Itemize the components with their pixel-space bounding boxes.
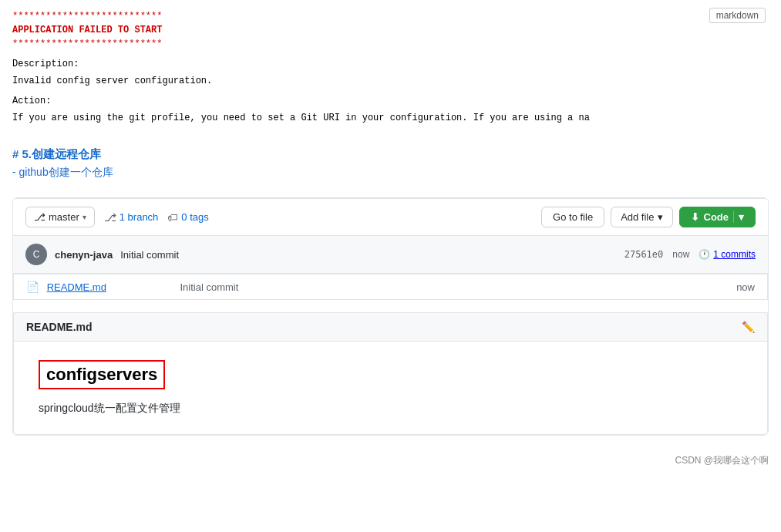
- main-wrapper: markdown *************************** APP…: [0, 0, 781, 532]
- commits-count-link[interactable]: 1 commits: [713, 249, 756, 260]
- tag-count-item: 🏷 0 tags: [167, 211, 208, 224]
- code-button[interactable]: ⬇ Code ▾: [679, 207, 756, 227]
- action-text: If you are using the git profile, you ne…: [12, 111, 769, 125]
- footer-text: CSDN @我哪会这个啊: [675, 455, 769, 466]
- commits-link: 🕐 1 commits: [699, 249, 756, 260]
- edit-icon[interactable]: ✏️: [742, 321, 755, 333]
- repo-container: ⎇ master ▾ ⎇ 1 branch 🏷 0 tags: [12, 197, 769, 436]
- action-label: Action:: [12, 94, 769, 108]
- commit-author[interactable]: chenyn-java: [55, 249, 113, 261]
- readme-title: README.md: [26, 321, 93, 333]
- file-time: now: [561, 274, 767, 300]
- branch-icon: ⎇: [34, 211, 45, 223]
- branch-text: branch: [128, 211, 159, 223]
- branch-button[interactable]: ⎇ master ▾: [25, 207, 95, 227]
- branch-label: master: [49, 211, 79, 223]
- section5-heading: # 5.创建远程仓库 - github创建一个仓库: [0, 134, 781, 191]
- add-file-button[interactable]: Add file ▾: [611, 207, 672, 227]
- asterisks-top: ***************************: [12, 9, 769, 23]
- readme-content: configservers springcloud统一配置文件管理: [14, 342, 767, 434]
- toolbar-right: Go to file Add file ▾ ⬇ Code ▾: [541, 207, 756, 227]
- file-table: 📄 README.md Initial commit now: [13, 274, 768, 300]
- readme-subtitle: springcloud统一配置文件管理: [39, 402, 742, 416]
- readme-project-title: configservers: [39, 360, 165, 389]
- code-label: Code: [704, 211, 729, 223]
- branch-chevron-icon: ▾: [82, 213, 86, 221]
- section5-link[interactable]: - github创建一个仓库: [12, 166, 113, 178]
- commits-count: 1: [713, 249, 719, 260]
- avatar-initial: C: [33, 249, 40, 260]
- file-name-link[interactable]: README.md: [47, 281, 106, 293]
- download-icon: ⬇: [691, 211, 699, 223]
- description-label: Description:: [12, 57, 769, 71]
- branch-count-link[interactable]: 1 branch: [120, 211, 159, 223]
- avatar: C: [25, 244, 47, 265]
- file-commit-msg: Initial commit: [168, 274, 562, 300]
- commits-text: commits: [721, 249, 756, 260]
- asterisks-bottom: ***************************: [12, 37, 769, 51]
- clock-icon: 🕐: [699, 249, 710, 260]
- branch-count: 1: [120, 211, 125, 223]
- commit-message: Initial commit: [120, 249, 179, 261]
- tag-count-link[interactable]: 0 tags: [181, 211, 208, 223]
- goto-file-button[interactable]: Go to file: [541, 207, 604, 227]
- error-section: *************************** APPLICATION …: [0, 0, 781, 134]
- readme-section: README.md ✏️ configservers springcloud统一…: [13, 312, 768, 435]
- tag-count: 0: [181, 211, 187, 223]
- commit-meta: 27561e0 now 🕐 1 commits: [624, 249, 756, 260]
- commit-time: now: [672, 249, 689, 260]
- commit-row: C chenyn-java Initial commit 27561e0 now…: [13, 236, 768, 274]
- table-row: 📄 README.md Initial commit now: [14, 274, 768, 300]
- section5-title: # 5.创建远程仓库: [12, 145, 769, 163]
- tag-icon: 🏷: [167, 211, 178, 224]
- branch-count-item: ⎇ 1 branch: [104, 211, 159, 224]
- code-chevron-icon: ▾: [733, 211, 744, 223]
- description-text: Invalid config server configuration.: [12, 74, 769, 88]
- markdown-tag: markdown: [709, 8, 766, 23]
- add-file-chevron-icon: ▾: [658, 211, 663, 223]
- branch-stat-icon: ⎇: [104, 211, 116, 224]
- add-file-label: Add file: [621, 211, 654, 223]
- page-footer: CSDN @我哪会这个啊: [0, 442, 781, 480]
- tag-label: tags: [190, 211, 209, 223]
- readme-header: README.md ✏️: [14, 313, 767, 342]
- commit-hash: 27561e0: [624, 249, 664, 260]
- file-type-icon: 📄: [26, 281, 39, 293]
- repo-toolbar: ⎇ master ▾ ⎇ 1 branch 🏷 0 tags: [13, 198, 768, 236]
- error-title: APPLICATION FAILED TO START: [12, 23, 769, 37]
